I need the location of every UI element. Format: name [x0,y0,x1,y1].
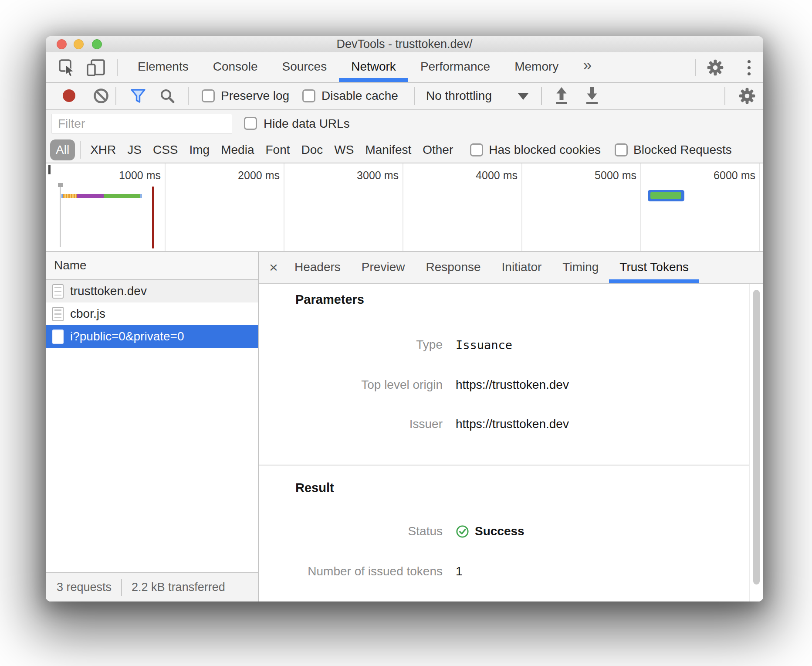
request-row[interactable]: trusttoken.dev [46,280,258,302]
detail-tab[interactable]: Preview [351,252,416,283]
panel-tab[interactable]: Memory [502,52,571,82]
resource-type-chip[interactable]: Media [215,137,260,163]
divider [724,87,725,105]
detail-tab-label: Response [426,260,480,274]
inspect-element-icon[interactable] [58,58,76,78]
transferred-size: 2.2 kB transferred [132,581,225,594]
detail-tab[interactable]: Timing [552,252,609,283]
resource-type-chip[interactable]: Other [417,137,459,163]
divider [541,87,542,105]
resource-type-chip[interactable]: WS [328,137,359,163]
resource-type-chip[interactable]: JS [122,137,147,163]
close-detail-icon[interactable]: × [263,252,284,283]
status-value: Success [475,524,524,538]
resource-type-chip[interactable]: CSS [147,137,184,163]
resource-type-chip[interactable]: Img [184,137,216,163]
panel-tabs: Elements Console Sources Network [125,52,597,82]
resource-type-chip[interactable]: All [50,139,75,160]
parameter-row: Type Issuance [259,337,512,353]
scrollbar-thumb[interactable] [753,290,760,584]
resource-type-chip[interactable]: Font [260,137,295,163]
preserve-log-checkbox[interactable] [202,89,215,102]
disable-cache-checkbox[interactable] [302,89,315,102]
result-heading: Result [295,481,334,495]
requests-pane: Name trusttoken.dev cbor.js i?public=0&p… [46,252,259,601]
has-blocked-cookies-label: Has blocked cookies [489,143,601,157]
panel-tab-label: Network [351,60,396,73]
detail-tab[interactable]: Initiator [491,252,552,283]
filter-input[interactable] [51,114,232,134]
more-tabs-icon[interactable]: » [578,52,597,82]
panel-tab-label: Sources [282,60,327,73]
divider [115,87,116,105]
divider [117,59,118,76]
zoom-window-button[interactable] [92,39,102,49]
network-toolbar: Preserve log Disable cache No throttling [46,83,763,110]
export-har-icon[interactable] [583,86,601,108]
timeline-left-handle[interactable] [48,165,51,174]
issued-tokens-label: Number of issued tokens [259,564,443,578]
network-overview-timeline[interactable]: 1000 ms 2000 ms 3000 ms 4000 ms 5000 ms … [46,163,763,252]
panel-tab[interactable]: Performance [408,52,502,82]
panel-tab[interactable]: Network [339,52,408,82]
throttling-select[interactable]: No throttling [426,83,492,109]
waterfall-bar-selected-request[interactable] [648,190,684,201]
parameters-heading: Parameters [295,292,364,307]
record-network-log-button[interactable] [63,89,75,102]
blocked-requests-group[interactable]: Blocked Requests [615,143,732,157]
detail-tab[interactable]: Trust Tokens [609,252,699,283]
load-event-line [152,187,154,248]
timeline-tick-label: 1000 ms [47,163,166,251]
has-blocked-cookies-group[interactable]: Has blocked cookies [470,143,601,157]
waterfall-bar-trusttoken[interactable] [61,194,142,198]
detail-tab[interactable]: Headers [284,252,351,283]
settings-gear-icon[interactable] [706,58,725,79]
resource-type-chip-label: WS [334,143,354,156]
request-row[interactable]: cbor.js [46,302,258,325]
panel-tab[interactable]: Elements [125,52,201,82]
panel-tab-label: Performance [420,60,490,73]
requests-name-column-header[interactable]: Name [46,252,258,280]
resource-type-chip-label: Img [189,143,210,156]
timeline-tick-label: 5000 ms [522,163,641,251]
resource-type-chip[interactable]: Manifest [359,137,417,163]
resource-type-chip-label: Manifest [365,143,411,156]
resource-type-filter-row: All XHR JS CSS Img Media [46,137,763,163]
preserve-log-label[interactable]: Preserve log [221,83,289,109]
requests-list: trusttoken.dev cbor.js i?public=0&privat… [46,280,258,572]
request-row[interactable]: i?public=0&private=0 [46,325,258,348]
close-window-button[interactable] [57,39,67,49]
devtools-window: DevTools - trusttoken.dev/ Elements [46,36,763,601]
timeline-tick-label: 2000 ms [166,163,284,251]
detail-tab-label: Headers [294,260,341,274]
timeline-marker [58,183,63,187]
status-label: Status [259,524,443,538]
parameter-row: Issuer https://trusttoken.dev [259,416,569,432]
clear-network-log-icon[interactable] [93,88,109,106]
detail-tab[interactable]: Response [415,252,491,283]
resource-type-chip[interactable]: XHR [85,137,122,163]
request-name: cbor.js [70,307,105,321]
hide-data-urls-label[interactable]: Hide data URLs [264,110,350,137]
network-settings-gear-icon[interactable] [738,86,757,107]
resource-type-chip[interactable]: Doc [296,137,329,163]
resource-type-chip-label: CSS [153,143,178,156]
parameter-label: Issuer [259,417,443,431]
has-blocked-cookies-checkbox[interactable] [470,143,483,156]
search-icon[interactable] [159,88,176,106]
issued-tokens-row: Number of issued tokens 1 [259,564,463,579]
panel-tab[interactable]: Sources [270,52,339,82]
minimize-window-button[interactable] [74,39,84,49]
detail-tab-label: Trust Tokens [619,260,689,274]
timeline-tick-label: 6000 ms [641,163,760,251]
device-toolbar-icon[interactable] [86,58,106,78]
filter-funnel-icon[interactable] [130,88,146,106]
hide-data-urls-checkbox[interactable] [244,117,257,130]
import-har-icon[interactable] [552,86,571,108]
throttling-dropdown-caret-icon[interactable] [518,93,528,100]
disable-cache-label[interactable]: Disable cache [321,83,398,109]
kebab-menu-icon[interactable] [747,59,751,76]
panel-tab[interactable]: Console [201,52,270,82]
divider [188,87,189,105]
blocked-requests-checkbox[interactable] [615,143,628,156]
